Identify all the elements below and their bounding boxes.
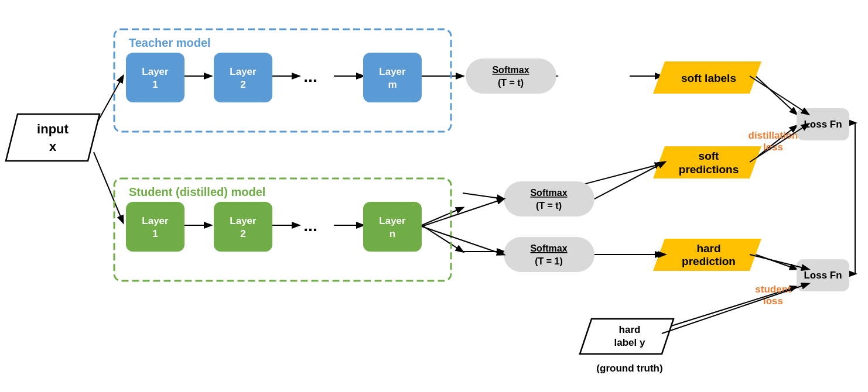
student-loss-label-2: loss	[763, 295, 783, 307]
input-box	[6, 114, 100, 161]
teacher-dots: ...	[303, 67, 317, 85]
teacher-layer-m-box	[363, 53, 422, 102]
student-layer-n-num: n	[389, 228, 395, 239]
svg-line-31	[662, 284, 808, 333]
student-layer-n-label: Layer	[379, 215, 406, 226]
student-layer-n-box	[363, 202, 422, 252]
hard-label-text-1: hard	[619, 324, 641, 335]
student-softmax-t-label: Softmax	[530, 188, 567, 198]
soft-labels-label: soft labels	[681, 72, 736, 84]
hard-prediction-label-1: hard	[696, 242, 720, 255]
teacher-layer-2-num: 2	[240, 79, 245, 90]
svg-line-28	[750, 76, 808, 114]
teacher-layer-1-label: Layer	[142, 66, 169, 77]
teacher-layer-m-num: m	[388, 79, 397, 90]
teacher-softmax-box	[466, 59, 556, 94]
teacher-layer-m-label: Layer	[379, 66, 406, 77]
student-layer-1-box	[126, 202, 184, 252]
teacher-layer-2-box	[214, 53, 272, 102]
hard-prediction-label-2: prediction	[682, 255, 736, 267]
teacher-layer-2-label: Layer	[230, 66, 257, 77]
svg-line-26	[594, 162, 665, 199]
teacher-softmax-label: Softmax	[492, 65, 529, 75]
student-softmax-1-val: (T = 1)	[535, 256, 563, 266]
teacher-layer-1-box	[126, 53, 184, 102]
svg-line-24	[422, 199, 504, 226]
student-softmax-t-box	[504, 181, 594, 216]
teacher-model-label: Teacher model	[129, 36, 211, 49]
student-layer-1-num: 1	[152, 228, 158, 239]
svg-line-12	[422, 208, 463, 225]
input-label: input	[37, 122, 69, 136]
student-dots: ...	[303, 216, 317, 235]
student-layer-2-box	[214, 202, 272, 252]
svg-line-25	[422, 226, 504, 255]
student-layer-2-num: 2	[240, 228, 245, 239]
svg-line-22	[463, 193, 504, 199]
teacher-softmax-t-label: (T = t)	[498, 78, 524, 88]
ground-truth-label: (ground truth)	[596, 363, 662, 374]
svg-line-1	[94, 152, 123, 222]
student-layer-2-label: Layer	[230, 215, 257, 226]
svg-line-17	[756, 255, 797, 269]
student-loss-label-1: student	[755, 284, 791, 295]
soft-predictions-label-1: soft	[699, 150, 720, 162]
student-softmax-1-label: Softmax	[530, 243, 567, 253]
soft-predictions-label-2: predictions	[679, 163, 739, 176]
student-softmax-t-val: (T = t)	[536, 201, 562, 211]
hard-label-text-2: label y	[614, 337, 645, 348]
student-model-label: Student (distilled) model	[129, 185, 265, 198]
student-layer-1-label: Layer	[142, 215, 169, 226]
student-softmax-1-box	[504, 237, 594, 272]
student-loss-fn-label: Loss Fn	[804, 270, 842, 281]
teacher-layer-1-num: 1	[152, 79, 158, 90]
distillation-loss-fn-label: Loss Fn	[804, 119, 842, 130]
input-x-label: x	[49, 139, 57, 154]
svg-line-8	[756, 76, 797, 114]
knowledge-distillation-diagram: input x Teacher model Layer 1 Layer 2 ..…	[0, 0, 868, 392]
